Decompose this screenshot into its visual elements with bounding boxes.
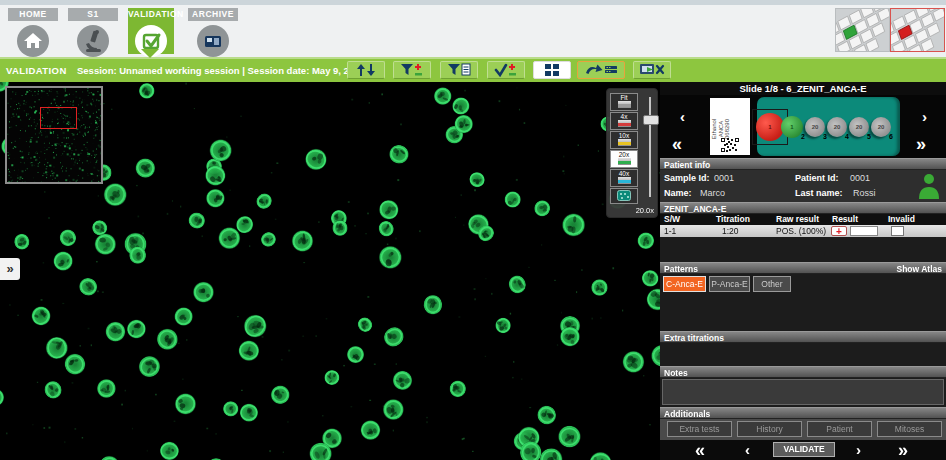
tab-archive-label: ARCHIVE (188, 8, 238, 21)
objective-icon (618, 120, 631, 127)
results-table-header: S/W Titration Raw result Result Invalid (660, 214, 946, 225)
slide-title: Slide 1/8 - 6_ZENIT_ANCA-E (660, 82, 946, 95)
additionals-header: Additionals (660, 407, 946, 419)
row-titration: 1:20 (722, 225, 739, 237)
positive-result-icon: + (831, 226, 847, 236)
zoom-10x-button[interactable]: 10x (610, 131, 638, 149)
col-invalid: Invalid (888, 214, 915, 225)
well-6-number: 6 (889, 133, 893, 140)
tab-s1-label: S1 (68, 8, 118, 21)
zoom-40x-label: 40x (619, 170, 629, 177)
well-2[interactable]: 1 (781, 116, 803, 138)
tab-archive[interactable]: ARCHIVE (188, 8, 238, 54)
overview-thumbnail[interactable] (5, 86, 103, 184)
sort-arrows-icon (354, 63, 378, 77)
pattern-other-button[interactable]: Other (753, 276, 791, 292)
zoom-20x-label: 20x (619, 151, 629, 158)
microscope-icon (77, 25, 109, 57)
zoom-4x-label: 4x (621, 113, 628, 120)
validation-toolbar: VALIDATION Session: Unnamed working sess… (0, 57, 946, 82)
active-tab-pointer (141, 49, 159, 58)
patient-icon[interactable] (918, 173, 940, 199)
filter-add-icon (400, 63, 424, 77)
last-sample-button[interactable]: » (898, 440, 908, 460)
additionals-body: Extra tests History Patient Mitoses (660, 419, 946, 440)
toolbar-title: VALIDATION (6, 65, 67, 76)
validate-add-button[interactable] (487, 61, 525, 79)
slide-wells: 1 1 2 20 3 20 4 20 5 20 (757, 97, 900, 156)
slide-prev-button[interactable]: ‹ (680, 109, 685, 124)
well-5[interactable]: 20 (849, 117, 869, 137)
sidebar-expander[interactable]: » (0, 258, 20, 280)
invalid-checkbox[interactable] (891, 226, 904, 236)
overview-viewport-rect[interactable] (40, 107, 77, 129)
zoom-10x-label: 10x (619, 132, 629, 139)
zoom-slider-handle[interactable] (643, 115, 659, 125)
well-6[interactable]: 20 (871, 117, 891, 137)
first-sample-button[interactable]: « (695, 440, 705, 460)
zoom-40x-button[interactable]: 40x (610, 169, 638, 187)
well-3[interactable]: 20 (805, 117, 825, 137)
col-result: Result (832, 214, 858, 225)
tab-home-label: HOME (8, 8, 58, 21)
col-raw-result: Raw result (776, 214, 819, 225)
overview-image (7, 88, 101, 182)
notes-header: Notes (660, 366, 946, 378)
tab-s1[interactable]: S1 (68, 8, 118, 54)
history-button[interactable]: History (737, 421, 802, 437)
archive-icon (197, 25, 229, 57)
zoom-20x-button[interactable]: 20x (610, 150, 638, 168)
show-atlas-link[interactable]: Show Atlas (897, 263, 943, 275)
zoom-4x-button[interactable]: 4x (610, 112, 638, 130)
validate-button[interactable]: VALIDATE (773, 442, 835, 457)
next-sample-button[interactable]: › (856, 440, 861, 460)
export-send-button[interactable] (577, 61, 625, 79)
row-raw-result: POS. (100%) (776, 225, 826, 237)
prev-sample-button[interactable]: ‹ (745, 440, 750, 460)
zoom-slider-track[interactable] (649, 97, 651, 197)
tab-validation[interactable]: VALIDATION (128, 8, 174, 54)
sample-id-label: Sample Id: (664, 173, 710, 183)
mitoses-button[interactable]: Mitoses (877, 421, 942, 437)
session-info: Session: Unnamed working session | Sessi… (77, 65, 384, 76)
slide-navigator: ‹ « › » Ethanol ANCA 068290 (660, 95, 946, 158)
zoom-control-panel: Fit 4x 10x 20x 40x (606, 88, 658, 218)
keyboard-green-key-button[interactable] (835, 8, 890, 52)
zoom-fit-button[interactable]: Fit (610, 93, 638, 111)
exit-session-button[interactable] (633, 61, 671, 79)
keyboard-red-key-button[interactable] (890, 8, 945, 52)
check-add-icon (494, 63, 518, 77)
home-icon (17, 25, 49, 57)
test-section-header: ZENIT_ANCA-E (660, 202, 946, 214)
sample-id-value: 0001 (714, 173, 734, 183)
stage-navigator-button[interactable] (610, 188, 638, 204)
pattern-c-anca-e-button[interactable]: C-Anca-E (663, 276, 706, 292)
well-4[interactable]: 20 (827, 117, 847, 137)
objective-icon (618, 158, 631, 165)
exit-icon (639, 63, 665, 77)
extra-titrations-header: Extra titrations (660, 331, 946, 343)
grid-view-button[interactable] (533, 61, 571, 79)
result-field[interactable] (850, 226, 878, 236)
notes-input[interactable] (662, 379, 944, 405)
slide-next-button[interactable]: › (922, 109, 927, 124)
zoom-fit-label: Fit (620, 94, 627, 101)
qr-code-icon (721, 138, 739, 152)
tab-home[interactable]: HOME (8, 8, 58, 54)
zoom-value-label: 20.0x (636, 206, 654, 215)
filter-report-button[interactable] (440, 61, 478, 79)
results-table-row[interactable]: 1-1 1:20 POS. (100%) + (660, 225, 946, 237)
last-name-value: Rossi (853, 188, 876, 198)
objective-icon (618, 177, 631, 184)
patient-button[interactable]: Patient (807, 421, 872, 437)
sort-button[interactable] (347, 61, 385, 79)
stage-icon (617, 190, 631, 201)
fluorescence-image-viewer[interactable]: » Fit 4x 10x 20x 40x (0, 82, 660, 460)
slide-first-button[interactable]: « (672, 135, 682, 153)
well-1[interactable]: 1 (756, 113, 784, 141)
filter-add-button[interactable] (393, 61, 431, 79)
slide-last-button[interactable]: » (916, 135, 926, 153)
results-side-panel: Slide 1/8 - 6_ZENIT_ANCA-E ‹ « › » Ethan… (660, 82, 946, 460)
pattern-p-anca-e-button[interactable]: P-Anca-E (709, 276, 750, 292)
extra-tests-button[interactable]: Extra tests (667, 421, 732, 437)
